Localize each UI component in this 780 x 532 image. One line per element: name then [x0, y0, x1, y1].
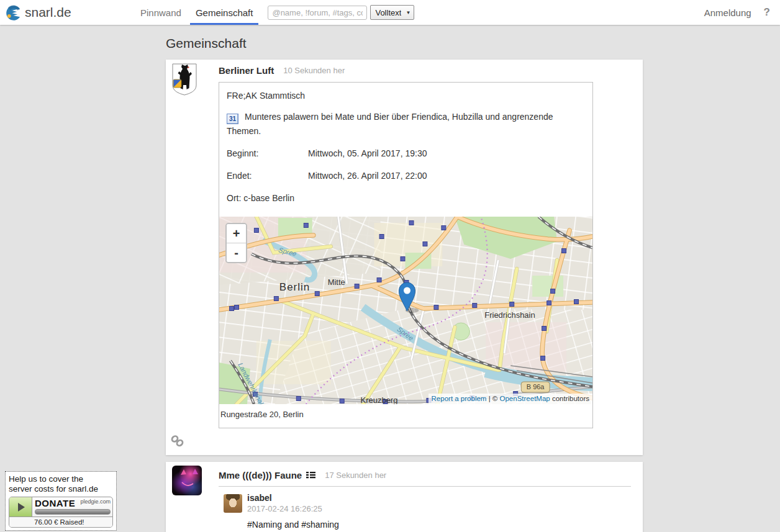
- shared-timestamp: 2017-02-24 16:26:25: [247, 504, 643, 513]
- zoom-in-button[interactable]: +: [227, 224, 246, 243]
- map-label-kreuzberg: Kreuzberg: [361, 395, 398, 404]
- avatar-mme-faune[interactable]: [172, 466, 202, 495]
- tab-pinnwand[interactable]: Pinnwand: [135, 0, 187, 25]
- post-berliner-luft: Berliner Luft 10 Sekunden her FRe;AK Sta…: [166, 60, 643, 455]
- cat-avatar-image: [172, 466, 202, 495]
- osm-map[interactable]: B 96a Berlin Mitte Friedrichshain Kreuzb…: [219, 217, 592, 404]
- post-time: 10 Sekunden her: [283, 66, 345, 75]
- event-start-row: Beginnt:Mittwoch, 05. April 2017, 19:30: [227, 148, 585, 158]
- post-time: 17 Sekunden her: [325, 471, 386, 480]
- avatar-isabel[interactable]: [224, 494, 242, 513]
- tab-gemeinschaft[interactable]: Gemeinschaft: [190, 0, 259, 25]
- search-mode-select[interactable]: Volltext: [370, 5, 414, 20]
- event-description: 31Munteres palawern bei Mate und Bier üb…: [227, 110, 574, 138]
- snarl-logo-icon: [5, 5, 20, 20]
- map-label-berlin: Berlin: [279, 281, 310, 293]
- shared-text[interactable]: #Naming and #shaming: [247, 520, 643, 530]
- login-link[interactable]: Anmeldung: [704, 7, 751, 18]
- event-address: Rungestraße 20, Berlin: [219, 404, 592, 428]
- link-icon[interactable]: [171, 435, 184, 447]
- event-end-row: Endet:Mittwoch, 26. April 2017, 22:00: [227, 171, 585, 181]
- community-page: Gemeinschaft Berliner Luft 10 Sekunden h…: [0, 25, 780, 532]
- pledgie-site-label: pledgie.com: [80, 498, 111, 505]
- donation-progress-bar: [35, 509, 111, 515]
- event-title: FRe;AK Stammtisch: [227, 91, 585, 101]
- post-mme-faune: Mme (((de))) Faune 17 Sekunden her isabe…: [166, 462, 643, 532]
- map-zoom-control: + -: [225, 223, 247, 263]
- pledgie-donate-button[interactable]: DONATE pledgie.com 76.00 € Raised!: [9, 497, 113, 528]
- berlin-bear-shield-icon: [172, 63, 197, 96]
- donate-text: Help us to cover the server costs for sn…: [9, 474, 113, 494]
- post-author[interactable]: Mme (((de))) Faune: [219, 470, 302, 480]
- navbar: snarl.de Pinnwand Gemeinschaft Volltext …: [0, 0, 780, 25]
- zoom-out-button[interactable]: -: [227, 243, 246, 262]
- forum-icon: [306, 471, 315, 479]
- shared-post: isabel 2017-02-24 16:26:25 #Naming and #…: [224, 493, 643, 530]
- post-author[interactable]: Berliner Luft: [219, 65, 274, 76]
- donate-label: DONATE: [35, 498, 75, 508]
- search-input[interactable]: [268, 6, 367, 20]
- event-box: FRe;AK Stammtisch 31Munteres palawern be…: [219, 82, 593, 428]
- report-problem-link[interactable]: Report a problem: [432, 395, 487, 402]
- divider: [219, 486, 631, 487]
- brand-link[interactable]: snarl.de: [5, 5, 135, 20]
- pledgie-play-icon: [9, 497, 32, 516]
- shared-author[interactable]: isabel: [247, 493, 643, 503]
- brand-name[interactable]: snarl.de: [25, 5, 71, 20]
- openstreetmap-link[interactable]: OpenStreetMap: [500, 395, 550, 402]
- event-location: Ort: c-base Berlin: [227, 193, 585, 203]
- navbar-right: Anmeldung ?: [704, 6, 780, 19]
- page-title: Gemeinschaft: [166, 36, 780, 51]
- help-icon[interactable]: ?: [764, 6, 770, 19]
- amount-raised: 76.00 € Raised!: [9, 516, 112, 527]
- map-label-friedrichshain: Friedrichshain: [484, 310, 535, 320]
- search-mode-select-wrap: Volltext ▼: [370, 5, 414, 20]
- road-ref-badge: B 96a: [521, 382, 550, 392]
- donate-widget: Help us to cover the server costs for sn…: [5, 471, 117, 531]
- main-nav: Pinnwand Gemeinschaft: [135, 0, 261, 25]
- calendar-icon: 31: [227, 114, 238, 124]
- svg-text:B 96a: B 96a: [527, 383, 545, 390]
- map-attribution: Report a problem | © OpenStreetMap contr…: [429, 394, 592, 404]
- avatar-berliner-luft[interactable]: [172, 63, 197, 98]
- map-label-mitte: Mitte: [328, 277, 345, 287]
